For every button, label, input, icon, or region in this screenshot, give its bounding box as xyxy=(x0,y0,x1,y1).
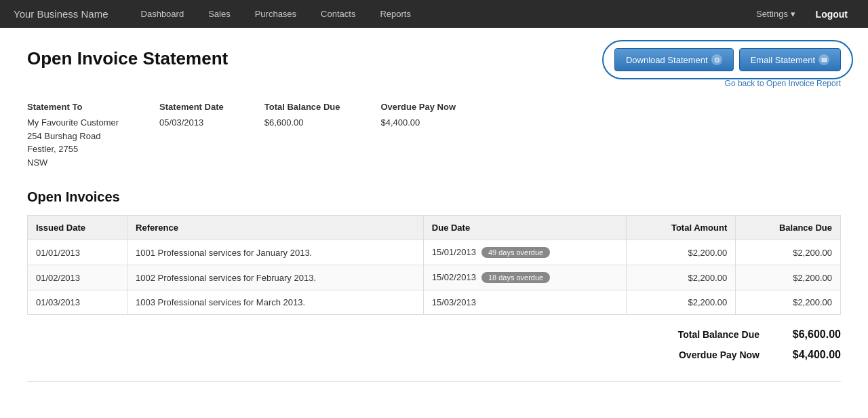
overdue-label: Overdue Pay Now xyxy=(380,102,456,112)
overdue-badge: 18 days overdue xyxy=(481,272,550,283)
overdue-badge: 49 days overdue xyxy=(481,247,550,258)
cell-balance-due: $2,200.00 xyxy=(736,240,841,265)
statement-to-address1: 254 Burshag Road xyxy=(27,130,119,143)
nav-right: Settings Logout xyxy=(749,9,854,20)
invoice-table: Issued Date Reference Due Date Total Amo… xyxy=(27,215,841,315)
cell-due-date: 15/01/201349 days overdue xyxy=(423,240,626,265)
go-back-row: Go back to Open Invoice Report xyxy=(27,78,841,88)
cell-balance-due: $2,200.00 xyxy=(736,265,841,290)
table-row: 01/03/20131003 Professional services for… xyxy=(28,290,841,315)
cell-due-date: 15/02/201318 days overdue xyxy=(423,265,626,290)
nav-purchases[interactable]: Purchases xyxy=(243,0,309,28)
table-row: 01/01/20131001 Professional services for… xyxy=(28,240,841,265)
page-title: Open Invoice Statement xyxy=(27,48,228,69)
statement-to-state: NSW xyxy=(27,156,119,170)
download-statement-button[interactable]: Download Statement ⊙ xyxy=(614,48,734,71)
totals-overdue-label: Overdue Pay Now xyxy=(679,349,760,360)
statement-date-block: Statement Date 05/03/2013 xyxy=(159,102,224,169)
nav-reports[interactable]: Reports xyxy=(368,0,423,28)
cell-issued-date: 01/01/2013 xyxy=(28,240,127,265)
settings-link[interactable]: Settings xyxy=(749,9,802,19)
total-balance-label: Total Balance Due xyxy=(264,102,340,112)
totals-balance-value: $6,600.00 xyxy=(773,328,841,341)
divider-bottom xyxy=(27,381,841,382)
logout-link[interactable]: Logout xyxy=(809,9,854,20)
nav-dashboard[interactable]: Dashboard xyxy=(129,0,197,28)
table-body: 01/01/20131001 Professional services for… xyxy=(28,240,841,315)
totals-overdue-value: $4,400.00 xyxy=(773,349,841,361)
email-label: Email Statement xyxy=(751,55,815,65)
total-balance-value: $6,600.00 xyxy=(264,116,340,130)
statement-to-name: My Favourite Customer xyxy=(27,116,119,130)
col-issued-date: Issued Date xyxy=(28,216,127,240)
cell-due-date: 15/03/2013 xyxy=(423,290,626,315)
statement-date-value: 05/03/2013 xyxy=(159,116,224,130)
download-icon: ⊙ xyxy=(711,54,722,65)
total-overdue-row: Overdue Pay Now $4,400.00 xyxy=(27,349,841,361)
total-balance-block: Total Balance Due $6,600.00 xyxy=(264,102,340,169)
cell-total-amount: $2,200.00 xyxy=(627,240,736,265)
cell-reference: 1001 Professional services for January 2… xyxy=(127,240,424,265)
cell-reference: 1003 Professional services for March 201… xyxy=(127,290,424,315)
statement-to-block: Statement To My Favourite Customer 254 B… xyxy=(27,102,119,169)
cell-issued-date: 01/02/2013 xyxy=(28,265,127,290)
cell-total-amount: $2,200.00 xyxy=(627,290,736,315)
header-row: Open Invoice Statement Download Statemen… xyxy=(27,48,841,71)
main-content: Open Invoice Statement Download Statemen… xyxy=(0,28,868,409)
email-icon: ✉ xyxy=(818,54,829,65)
table-header: Issued Date Reference Due Date Total Amo… xyxy=(28,216,841,240)
statement-date-label: Statement Date xyxy=(159,102,224,112)
nav-links: Dashboard Sales Purchases Contacts Repor… xyxy=(129,0,749,28)
brand-name: Your Business Name xyxy=(14,8,108,20)
col-total-amount: Total Amount xyxy=(627,216,736,240)
statement-to-label: Statement To xyxy=(27,102,119,112)
cell-balance-due: $2,200.00 xyxy=(736,290,841,315)
cell-total-amount: $2,200.00 xyxy=(627,265,736,290)
nav-contacts[interactable]: Contacts xyxy=(309,0,368,28)
email-statement-button[interactable]: Email Statement ✉ xyxy=(739,48,841,71)
download-label: Download Statement xyxy=(626,55,708,65)
table-row: 01/02/20131002 Professional services for… xyxy=(28,265,841,290)
cell-reference: 1002 Professional services for February … xyxy=(127,265,424,290)
col-balance-due: Balance Due xyxy=(736,216,841,240)
header-buttons: Download Statement ⊙ Email Statement ✉ xyxy=(614,48,841,71)
nav-sales[interactable]: Sales xyxy=(196,0,243,28)
statement-to-address2: Festler, 2755 xyxy=(27,142,119,156)
overdue-block: Overdue Pay Now $4,400.00 xyxy=(380,102,456,169)
cell-issued-date: 01/03/2013 xyxy=(28,290,127,315)
totals-balance-label: Total Balance Due xyxy=(678,329,760,340)
statement-info: Statement To My Favourite Customer 254 B… xyxy=(27,102,841,169)
navbar: Your Business Name Dashboard Sales Purch… xyxy=(0,0,868,28)
total-balance-row: Total Balance Due $6,600.00 xyxy=(27,328,841,341)
open-invoices-heading: Open Invoices xyxy=(27,189,841,205)
col-due-date: Due Date xyxy=(423,216,626,240)
go-back-link[interactable]: Go back to Open Invoice Report xyxy=(725,79,841,88)
totals-section: Total Balance Due $6,600.00 Overdue Pay … xyxy=(27,328,841,361)
overdue-value: $4,400.00 xyxy=(380,116,456,130)
col-reference: Reference xyxy=(127,216,424,240)
